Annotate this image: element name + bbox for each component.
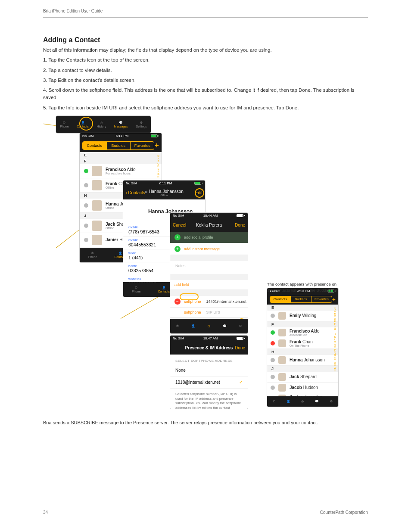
cancel-button[interactable]: Cancel [173, 223, 186, 227]
plus-icon: + [174, 246, 181, 252]
option-none[interactable]: None [170, 364, 248, 376]
presence-dot [84, 224, 88, 228]
result-list[interactable]: E Emily Wilding F Francisco AldoAvailabl… [267, 305, 338, 396]
page-number: 34 [43, 510, 48, 515]
add-contact-button[interactable]: + [154, 142, 159, 149]
contact-row[interactable]: Hanna Johansson [267, 355, 338, 366]
tab-phone[interactable]: ✆ [176, 324, 179, 328]
tab-settings[interactable]: ⚙ [330, 400, 333, 403]
add-contact-button[interactable]: + [332, 296, 336, 303]
contact-name: Francisco AldoAvailable Idle [290, 329, 320, 336]
header-left: Bria iPhone Edition User Guide [43, 9, 103, 13]
softphone-row[interactable]: − softphone 1440@internal.xten.net [170, 296, 248, 308]
tab-contacts[interactable]: 👤Contacts [77, 121, 89, 128]
tab-contacts[interactable]: 👤 [286, 400, 290, 403]
done-button[interactable]: Done [235, 345, 245, 350]
contact-name: Hanna Johansson [290, 358, 325, 362]
chevron-left-icon: ‹ [126, 190, 127, 195]
contact-name: Emily Wilding [290, 313, 316, 318]
contact-row[interactable]: Jack Shepard [267, 372, 338, 383]
contact-row[interactable]: Janier HernadezOffline [267, 393, 338, 396]
avatar [278, 373, 286, 381]
add-social-row[interactable]: + add social profile [170, 232, 248, 243]
section-letter: E [267, 305, 338, 311]
status-time: 10:44 AM [203, 214, 218, 218]
footer-company: CounterPath Corporation [320, 510, 368, 515]
rule-bottom [43, 506, 368, 506]
tabbar-closeup: ✆Phone 👤Contacts ◷History 💬Messages ⚙Set… [56, 116, 151, 133]
presence-dot [84, 183, 88, 187]
avatar [278, 356, 286, 364]
notes-field[interactable]: Notes [170, 261, 248, 274]
done-button[interactable]: Done [235, 223, 245, 227]
section-letter: F [267, 321, 338, 327]
contact-row[interactable]: Frank ChanOn The Phone [267, 338, 338, 349]
avatar [278, 312, 286, 320]
add-im-row[interactable]: + add instant message [170, 243, 248, 255]
screen-edit-contact: No SIM 10:44 AM Cancel Kokila Perera Don… [170, 213, 248, 333]
battery-icon [151, 134, 159, 137]
contact-row[interactable]: Francisco AldoAvailable Idle [267, 327, 338, 338]
contacts-navbar: Contacts Buddies Favorites + [80, 139, 162, 152]
presence-dot [271, 314, 275, 318]
status-time: 6:11 PM [116, 134, 129, 138]
checkmark-icon: ✓ [239, 380, 243, 385]
avatar [92, 166, 102, 176]
carrier-label: No SIM [82, 134, 94, 138]
tab-phone[interactable]: ✆Phone [88, 252, 97, 258]
tab-settings[interactable]: ⚙ [239, 324, 242, 328]
tab-phone[interactable]: ✆Phone [132, 286, 140, 293]
carrier-label: No SIM [173, 336, 184, 340]
tab-contacts[interactable]: 👤Contacts [158, 286, 170, 293]
step-3: 3. Tap Edit on the contact's details scr… [43, 77, 368, 84]
step-2: 2. Tap a contact to view details. [43, 67, 368, 74]
edit-button[interactable]: Edit [195, 190, 202, 195]
back-button[interactable]: ‹Contacts [126, 190, 145, 195]
seg-favorites[interactable]: Favorites [311, 296, 332, 302]
avatar [278, 339, 286, 347]
add-field-row[interactable]: add field [170, 280, 248, 290]
seg-contacts[interactable]: Contacts [270, 296, 290, 302]
tab-settings[interactable]: ⚙Settings [136, 121, 146, 128]
gear-icon: ⚙ [140, 121, 143, 124]
tab-contacts[interactable]: 👤 [191, 324, 195, 328]
detail-navbar: ‹Contacts ⊗ Hanna Johansson Offline Edit [123, 187, 205, 199]
alpha-index[interactable]: QABCDEFGHIJKLMNOPQRSTUVWX [333, 305, 337, 382]
status-time: 10:47 AM [203, 336, 218, 340]
presence-dot [84, 169, 88, 173]
tab-phone[interactable]: ✆ [273, 400, 275, 403]
tab-messages[interactable]: 💬 [315, 400, 319, 403]
status-bar: No SIM 10:47 AM [170, 336, 248, 342]
figure-caption: The contact appears with presence on the… [267, 281, 340, 294]
tab-messages[interactable]: 💬Messages [114, 121, 128, 128]
tab-messages[interactable]: 💬 [223, 324, 227, 328]
intro-paragraph: Not all of this information may display;… [43, 47, 368, 54]
presence-dot [271, 386, 275, 390]
softphone-placeholder-row[interactable]: softphone SIP URI [170, 308, 248, 317]
tab-history[interactable]: ◷History [97, 121, 106, 128]
seg-buddies[interactable]: Buddies [290, 296, 311, 302]
contact-row[interactable]: Jacob Hudson [267, 383, 338, 393]
contact-name: Jack Shepard [290, 374, 317, 379]
seg-favorites[interactable]: Favorites [130, 142, 154, 149]
presence-dot [271, 341, 275, 345]
presence-dot [271, 358, 275, 362]
presence-dot [271, 375, 275, 379]
tab-phone[interactable]: ✆Phone [60, 121, 68, 128]
contact-row[interactable]: Francisco AldoFor next two hours [80, 164, 162, 178]
seg-buddies[interactable]: Buddies [106, 142, 131, 149]
tab-history[interactable]: ◷ [208, 324, 210, 328]
phone-icon: ✆ [91, 252, 94, 255]
tab-history[interactable]: ◷ [301, 400, 304, 403]
avatar [92, 221, 102, 231]
section-letter: F [80, 158, 162, 164]
avatar [92, 200, 102, 211]
contact-row[interactable]: Emily Wilding [267, 311, 338, 321]
section-title: Adding a Contact [43, 36, 368, 44]
seg-contacts[interactable]: Contacts [83, 142, 106, 149]
contact-name: Janier HernadezOffline [290, 395, 322, 396]
step-5: 5. Tap the Info icon beside IM URI and s… [43, 104, 368, 112]
minus-icon: − [174, 299, 181, 305]
option-address[interactable]: 1018@internal.xten.net✓ [170, 376, 248, 389]
step-4: 4. Scroll down to the softphone field. T… [43, 87, 368, 102]
